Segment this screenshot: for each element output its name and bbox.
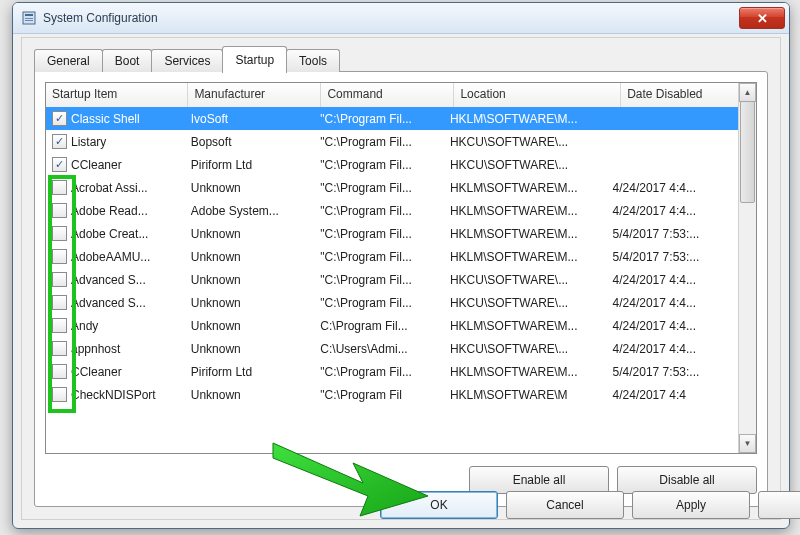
- tab-startup[interactable]: Startup: [222, 46, 287, 73]
- row-label: Andy: [71, 319, 98, 333]
- table-row[interactable]: Adobe Read...Adobe System..."C:\Program …: [46, 199, 738, 222]
- window-title: System Configuration: [43, 11, 739, 25]
- table-cell: HKCU\SOFTWARE\...: [444, 337, 607, 360]
- table-cell: 5/4/2017 7:53:...: [607, 245, 738, 268]
- table-cell: CCleaner: [46, 153, 185, 176]
- enable-all-button[interactable]: Enable all: [469, 466, 609, 494]
- table-row[interactable]: AndyUnknownC:\Program Fil...HKLM\SOFTWAR…: [46, 314, 738, 337]
- table-row[interactable]: AdobeAAMU...Unknown"C:\Program Fil...HKL…: [46, 245, 738, 268]
- titlebar[interactable]: System Configuration ✕: [13, 3, 789, 34]
- cancel-button[interactable]: Cancel: [506, 491, 624, 519]
- row-checkbox[interactable]: [52, 111, 67, 126]
- column-header[interactable]: Manufacturer: [188, 83, 321, 107]
- table-cell: Classic Shell: [46, 107, 185, 130]
- table-cell: HKCU\SOFTWARE\...: [444, 153, 607, 176]
- listview-body: Classic ShellIvoSoft"C:\Program Fil...HK…: [46, 107, 738, 453]
- table-cell: HKLM\SOFTWARE\M...: [444, 245, 607, 268]
- table-row[interactable]: Classic ShellIvoSoft"C:\Program Fil...HK…: [46, 107, 738, 130]
- table-cell: Advanced S...: [46, 268, 185, 291]
- table-cell: Unknown: [185, 383, 315, 406]
- row-checkbox[interactable]: [52, 272, 67, 287]
- table-cell: "C:\Program Fil...: [314, 153, 444, 176]
- disable-all-button[interactable]: Disable all: [617, 466, 757, 494]
- table-cell: Unknown: [185, 245, 315, 268]
- tab-services[interactable]: Services: [151, 49, 223, 72]
- row-label: Adobe Read...: [71, 204, 148, 218]
- scroll-up-button[interactable]: ▲: [739, 83, 756, 102]
- column-header[interactable]: Startup Item: [46, 83, 188, 107]
- table-cell: Bopsoft: [185, 130, 315, 153]
- table-row[interactable]: CCleanerPiriform Ltd"C:\Program Fil...HK…: [46, 153, 738, 176]
- table-cell: HKLM\SOFTWARE\M...: [444, 107, 607, 130]
- table-cell: Unknown: [185, 291, 315, 314]
- table-cell: appnhost: [46, 337, 185, 360]
- table-cell: HKLM\SOFTWARE\M...: [444, 222, 607, 245]
- tab-panel-startup: Startup ItemManufacturerCommandLocationD…: [34, 71, 768, 507]
- svg-rect-1: [25, 14, 33, 16]
- table-cell: Piriform Ltd: [185, 153, 315, 176]
- row-checkbox[interactable]: [52, 318, 67, 333]
- table-cell: HKCU\SOFTWARE\...: [444, 130, 607, 153]
- row-label: Advanced S...: [71, 273, 146, 287]
- column-header[interactable]: Location: [454, 83, 621, 107]
- panel-button-row: Enable all Disable all: [469, 466, 757, 494]
- startup-listview: Startup ItemManufacturerCommandLocationD…: [45, 82, 757, 454]
- table-cell: "C:\Program Fil...: [314, 360, 444, 383]
- table-row[interactable]: Advanced S...Unknown"C:\Program Fil...HK…: [46, 268, 738, 291]
- table-cell: HKLM\SOFTWARE\M...: [444, 176, 607, 199]
- row-label: Listary: [71, 135, 106, 149]
- table-cell: C:\Program Fil...: [314, 314, 444, 337]
- row-checkbox[interactable]: [52, 364, 67, 379]
- table-cell: AdobeAAMU...: [46, 245, 185, 268]
- table-row[interactable]: Adobe Creat...Unknown"C:\Program Fil...H…: [46, 222, 738, 245]
- row-checkbox[interactable]: [52, 249, 67, 264]
- table-cell: Adobe Read...: [46, 199, 185, 222]
- table-row[interactable]: Acrobat Assi...Unknown"C:\Program Fil...…: [46, 176, 738, 199]
- row-checkbox[interactable]: [52, 295, 67, 310]
- row-label: appnhost: [71, 342, 120, 356]
- row-checkbox[interactable]: [52, 226, 67, 241]
- table-cell: "C:\Program Fil...: [314, 268, 444, 291]
- help-button[interactable]: Help: [758, 491, 800, 519]
- table-row[interactable]: CCleanerPiriform Ltd"C:\Program Fil...HK…: [46, 360, 738, 383]
- tab-boot[interactable]: Boot: [102, 49, 153, 72]
- table-cell: "C:\Program Fil...: [314, 245, 444, 268]
- table-cell: CCleaner: [46, 360, 185, 383]
- tab-general[interactable]: General: [34, 49, 103, 72]
- row-checkbox[interactable]: [52, 203, 67, 218]
- table-cell: "C:\Program Fil...: [314, 199, 444, 222]
- row-checkbox[interactable]: [52, 341, 67, 356]
- column-header[interactable]: Date Disabled: [621, 83, 756, 107]
- scroll-down-button[interactable]: ▼: [739, 434, 756, 453]
- table-row[interactable]: ListaryBopsoft"C:\Program Fil...HKCU\SOF…: [46, 130, 738, 153]
- table-row[interactable]: CheckNDISPortUnknown"C:\Program FilHKLM\…: [46, 383, 738, 406]
- table-cell: 5/4/2017 7:53:...: [607, 222, 738, 245]
- dialog-body: GeneralBootServicesStartupTools Startup …: [21, 37, 781, 520]
- table-cell: Piriform Ltd: [185, 360, 315, 383]
- row-label: AdobeAAMU...: [71, 250, 150, 264]
- row-checkbox[interactable]: [52, 180, 67, 195]
- close-button[interactable]: ✕: [739, 7, 785, 29]
- table-cell: Advanced S...: [46, 291, 185, 314]
- vertical-scrollbar[interactable]: ▲ ▼: [738, 83, 756, 453]
- apply-button[interactable]: Apply: [632, 491, 750, 519]
- listview-header: Startup ItemManufacturerCommandLocationD…: [46, 83, 756, 108]
- app-icon: [21, 10, 37, 26]
- table-cell: Listary: [46, 130, 185, 153]
- row-checkbox[interactable]: [52, 157, 67, 172]
- scroll-thumb[interactable]: [740, 101, 755, 203]
- table-cell: [607, 107, 738, 130]
- table-cell: 4/24/2017 4:4...: [607, 314, 738, 337]
- table-row[interactable]: appnhostUnknownC:\Users\Admi...HKCU\SOFT…: [46, 337, 738, 360]
- table-row[interactable]: Advanced S...Unknown"C:\Program Fil...HK…: [46, 291, 738, 314]
- table-cell: HKCU\SOFTWARE\...: [444, 268, 607, 291]
- table-cell: 4/24/2017 4:4: [607, 383, 738, 406]
- row-checkbox[interactable]: [52, 387, 67, 402]
- row-checkbox[interactable]: [52, 134, 67, 149]
- tab-tools[interactable]: Tools: [286, 49, 340, 72]
- table-cell: Unknown: [185, 176, 315, 199]
- column-header[interactable]: Command: [321, 83, 454, 107]
- table-cell: 4/24/2017 4:4...: [607, 337, 738, 360]
- table-cell: C:\Users\Admi...: [314, 337, 444, 360]
- ok-button[interactable]: OK: [380, 491, 498, 519]
